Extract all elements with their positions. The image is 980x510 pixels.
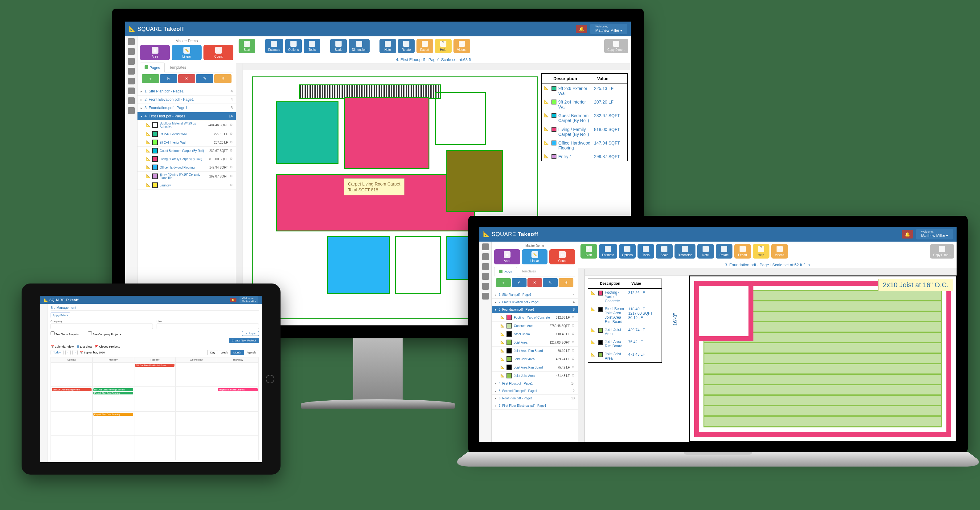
calendar-cell[interactable] — [217, 411, 259, 436]
gear-icon[interactable]: ⚙ — [230, 157, 234, 161]
result-row[interactable]: 📐Office Hardwood Flooring147.94 SQFT — [542, 139, 627, 152]
add-button[interactable]: ＋ — [496, 278, 511, 287]
tab-pages[interactable]: Pages — [140, 62, 165, 72]
tool-count[interactable]: ◎Count — [204, 45, 233, 60]
options-button[interactable]: Options — [285, 39, 302, 53]
rail-icon[interactable] — [482, 243, 489, 250]
calendar-cell[interactable] — [175, 387, 217, 411]
rail-icon[interactable] — [128, 107, 135, 114]
page-item-active[interactable]: ▾4. First Floor.pdf - Page114 — [137, 112, 236, 121]
measure-item[interactable]: 📐Joist Area Rim Board75.42 LF⚙ — [492, 363, 578, 372]
see-company-checkbox[interactable]: See Company Projects — [88, 331, 121, 336]
tools-button[interactable]: Tools — [304, 39, 320, 53]
gear-icon[interactable]: ⚙ — [230, 132, 234, 136]
result-row[interactable]: 📐Entry /299.87 SQFT — [542, 152, 627, 161]
calendar-cell[interactable] — [217, 436, 259, 460]
calendar-cell[interactable]: Bid Due Date:Paving Project — [51, 387, 92, 411]
mode-day[interactable]: Day — [207, 350, 218, 355]
rail-icon[interactable] — [482, 273, 489, 280]
event[interactable]: Project Start Date:Framing — [94, 413, 133, 416]
page-item-active[interactable]: ▾3. Foundation.pdf - Page18 — [492, 306, 578, 313]
result-row[interactable]: 📐9ft 2x6 Exterior Wall225.13 LF — [542, 84, 627, 98]
delete-button[interactable]: ✖ — [527, 278, 542, 287]
rail-icon[interactable] — [128, 48, 135, 55]
rail-icon[interactable] — [128, 87, 135, 94]
user-menu[interactable]: Welcome,Matthew Miller ▾ — [916, 229, 953, 239]
result-row[interactable]: 📐Guest Bedroom Carpet (By Roll)232.67 SQ… — [542, 111, 627, 125]
calendar-cell[interactable]: Project Start Date:Framing — [92, 411, 134, 436]
calendar-cell[interactable]: Bid Due Date:Framing EstimateProject Sta… — [92, 387, 134, 411]
print-button[interactable]: 🖨 — [558, 278, 573, 287]
delete-button[interactable]: ✖ — [178, 74, 196, 83]
dimension-button[interactable]: Dimension — [675, 244, 695, 259]
gear-icon[interactable]: ⚙ — [230, 174, 234, 178]
tools-button[interactable]: Tools — [638, 244, 654, 259]
calendar-cell[interactable] — [175, 411, 217, 436]
event[interactable]: Project Start Date:Framing — [94, 392, 133, 394]
measure-item[interactable]: 📐Joist Joist Area471.43 LF⚙ — [492, 372, 578, 380]
notifications-button[interactable]: 🔔 — [230, 298, 237, 302]
measure-item[interactable]: 📐9ft 2x6 Exterior Wall225.13 LF⚙ — [137, 130, 236, 138]
measure-item[interactable]: 📐Joist Area1217.00 SQFT⚙ — [492, 338, 578, 347]
apply-button[interactable]: ✓ Apply — [242, 331, 259, 336]
page-item[interactable]: ▸2. Front Elevation.pdf - Page14 — [492, 299, 578, 306]
tool-count[interactable]: ◎Count — [549, 249, 575, 264]
rail-icon[interactable] — [482, 253, 489, 260]
measure-item[interactable]: 📐Laundry⚙ — [137, 181, 236, 189]
user-menu[interactable]: Welcome,Matthew Miller — [240, 296, 258, 303]
result-row[interactable]: 📐Joist Area Rim Board75.42 LF — [588, 338, 662, 350]
rail-icon[interactable] — [128, 58, 135, 65]
tab-templates[interactable]: Templates — [165, 62, 191, 72]
measure-item[interactable]: 📐Guest Bedroom Carpet (By Roll)232.67 SQ… — [137, 147, 236, 155]
rail-icon[interactable] — [128, 78, 135, 84]
event[interactable]: Bid Due Date:Residential Project — [135, 364, 175, 367]
company-input[interactable] — [51, 324, 153, 329]
rail-icon[interactable] — [128, 68, 135, 75]
calendar-cell[interactable] — [51, 362, 92, 387]
measure-item[interactable]: 📐Steel Beam118.40 LF⚙ — [492, 330, 578, 338]
copy-button[interactable]: ＋Copy Dime... — [930, 244, 954, 259]
calendar-cell[interactable]: Bid Due Date:Residential Project — [134, 362, 176, 387]
page-item[interactable]: ▸4. First Floor.pdf - Page114 — [492, 380, 578, 388]
export-button[interactable]: Export — [417, 39, 433, 53]
see-team-checkbox[interactable]: See Team Projects — [51, 331, 79, 336]
result-row[interactable]: 📐Footing - Yard of Concrete312.56 LF — [588, 289, 662, 305]
next-button[interactable]: › — [72, 350, 78, 355]
page-item[interactable]: ▸1. Site Plan.pdf - Page14 — [137, 87, 236, 95]
rail-icon[interactable] — [482, 263, 489, 270]
calendar-cell[interactable] — [92, 436, 134, 460]
note-button[interactable]: Note — [380, 39, 396, 53]
calendar-cell[interactable] — [217, 362, 259, 387]
edit-button[interactable]: ✎ — [196, 74, 213, 83]
rotate-button[interactable]: Rotate — [398, 39, 415, 53]
export-button[interactable]: Export — [734, 244, 751, 259]
clone-button[interactable]: ⎘ — [512, 278, 527, 287]
tab-list[interactable]: ☰ List View — [77, 345, 92, 348]
result-row[interactable]: 📐Living / Family Carpet (By Roll)818.00 … — [542, 125, 627, 139]
measure-item[interactable]: 📐9ft 2x4 Interior Wall207.20 LF⚙ — [137, 138, 236, 147]
rail-icon[interactable] — [128, 38, 135, 45]
videos-button[interactable]: ▶Videos — [771, 244, 788, 259]
measure-item[interactable]: 📐Joist Joist Area439.74 LF⚙ — [492, 355, 578, 363]
options-button[interactable]: Options — [619, 244, 636, 259]
gear-icon[interactable]: ⚙ — [230, 140, 234, 145]
rotate-button[interactable]: Rotate — [716, 244, 732, 259]
result-row[interactable]: 📐Joist Joist Area471.43 LF — [588, 350, 662, 363]
measure-item[interactable]: 📐Concrete Area2780.48 SQFT⚙ — [492, 322, 578, 330]
event[interactable]: Bid Due Date:Paving Project — [52, 388, 92, 391]
start-button[interactable]: ▶Start — [239, 39, 255, 53]
calendar-cell[interactable] — [134, 436, 176, 460]
create-project-button[interactable]: Create New Project — [229, 338, 259, 343]
page-item[interactable]: ▸7. First Floor Electrical.pdf - Page1 — [492, 402, 578, 410]
notifications-button[interactable]: 🔔 — [902, 230, 913, 238]
page-item[interactable]: ▸5. Second Floor.pdf - Page12 — [492, 388, 578, 395]
tab-templates[interactable]: Templates — [517, 267, 540, 276]
event[interactable]: Project Start Date:Calendar — [218, 388, 258, 391]
dimension-button[interactable]: Dimension — [348, 39, 369, 53]
measure-item[interactable]: 📐Living / Family Carpet (By Roll)818.00 … — [137, 155, 236, 163]
help-button[interactable]: ?Help — [753, 244, 770, 259]
today-button[interactable]: Today — [51, 350, 64, 355]
notifications-button[interactable]: 🔔 — [576, 25, 587, 33]
measure-item[interactable]: 📐Office Hardwood Flooring147.94 SQFT⚙ — [137, 163, 236, 172]
rail-icon[interactable] — [482, 293, 489, 300]
